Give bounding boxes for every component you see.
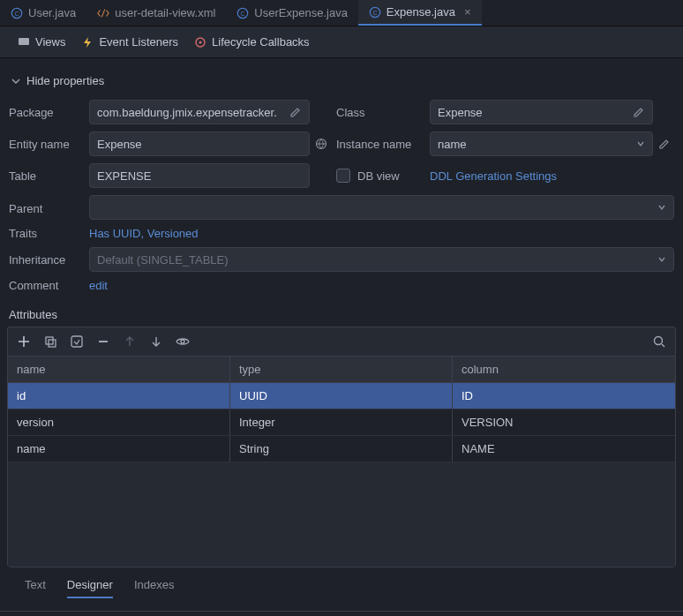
class-input[interactable] bbox=[430, 100, 653, 124]
class-icon: C bbox=[11, 7, 23, 19]
table-row[interactable]: versionIntegerVERSION bbox=[8, 409, 675, 436]
xml-icon bbox=[97, 7, 109, 19]
file-tab-user[interactable]: C User.java bbox=[0, 0, 86, 26]
entity-name-input[interactable] bbox=[89, 131, 310, 156]
cell-column: VERSION bbox=[453, 409, 675, 435]
hide-properties-toggle[interactable]: Hide properties bbox=[7, 69, 676, 100]
edit-icon[interactable] bbox=[289, 106, 302, 118]
class-icon: C bbox=[236, 7, 249, 19]
table-header: name type column bbox=[8, 357, 675, 383]
parent-dropdown[interactable] bbox=[89, 195, 674, 220]
svg-text:C: C bbox=[241, 10, 245, 16]
tab-label: user-detail-view.xml bbox=[115, 6, 215, 19]
table-empty-space bbox=[8, 462, 675, 567]
lightning-icon bbox=[81, 36, 94, 49]
cell-column: ID bbox=[453, 383, 675, 409]
class-icon: C bbox=[369, 6, 381, 19]
bottom-tabs: Text Designer Indexes bbox=[7, 567, 676, 604]
chevron-down-icon bbox=[11, 76, 21, 86]
footer-bar: × bbox=[0, 611, 683, 616]
move-down-icon[interactable] bbox=[149, 334, 163, 349]
tab-designer[interactable]: Designer bbox=[67, 578, 113, 598]
add-icon[interactable] bbox=[17, 334, 31, 349]
cell-type: Integer bbox=[230, 409, 453, 435]
views-icon bbox=[18, 36, 30, 49]
close-icon[interactable]: × bbox=[461, 5, 471, 19]
package-input[interactable] bbox=[89, 100, 310, 124]
remove-icon[interactable] bbox=[96, 334, 110, 349]
event-listeners-button[interactable]: Event Listeners bbox=[81, 35, 178, 49]
file-tab-userexpense[interactable]: C UserExpense.java bbox=[226, 0, 358, 26]
entity-form: Package Class Entity name Instance name … bbox=[7, 100, 676, 292]
traits-label: Traits bbox=[9, 227, 84, 240]
lifecycle-callbacks-button[interactable]: Lifecycle Callbacks bbox=[194, 35, 310, 49]
comment-label: Comment bbox=[9, 279, 84, 292]
inheritance-dropdown[interactable]: Default (SINGLE_TABLE) bbox=[89, 247, 674, 272]
tab-label: User.java bbox=[28, 6, 76, 19]
db-view-label: DB view bbox=[357, 169, 400, 183]
col-type[interactable]: type bbox=[230, 357, 453, 382]
chevron-down-icon bbox=[657, 255, 666, 264]
cell-type: UUID bbox=[230, 383, 453, 409]
instance-name-label: Instance name bbox=[336, 138, 424, 151]
svg-rect-10 bbox=[46, 337, 53, 344]
edit-icon[interactable] bbox=[658, 138, 671, 150]
attributes-toolbar bbox=[7, 327, 676, 356]
tab-text[interactable]: Text bbox=[25, 578, 46, 598]
traits-link[interactable]: Has UUID, Versioned bbox=[89, 227, 674, 240]
db-view-checkbox[interactable] bbox=[336, 169, 350, 183]
chevron-down-icon bbox=[636, 139, 645, 148]
lifecycle-icon bbox=[194, 36, 206, 49]
eye-icon[interactable] bbox=[176, 334, 190, 349]
table-row[interactable]: nameStringNAME bbox=[8, 436, 675, 462]
attributes-heading: Attributes bbox=[9, 308, 674, 321]
file-tabs-bar: C User.java user-detail-view.xml C UserE… bbox=[0, 0, 683, 26]
cell-name: version bbox=[8, 409, 230, 435]
package-label: Package bbox=[9, 106, 84, 119]
entity-designer-panel: Hide properties Package Class Entity nam… bbox=[0, 58, 683, 604]
svg-text:C: C bbox=[14, 10, 19, 16]
table-row[interactable]: idUUIDID bbox=[8, 383, 675, 409]
editor-toolbar: Views Event Listeners Lifecycle Callback… bbox=[0, 26, 683, 58]
tab-label: Expense.java bbox=[387, 5, 455, 19]
svg-point-8 bbox=[199, 41, 202, 43]
svg-rect-6 bbox=[19, 38, 29, 45]
comment-edit-link[interactable]: edit bbox=[89, 279, 674, 292]
attributes-table: name type column idUUIDIDversionIntegerV… bbox=[7, 356, 676, 567]
cell-column: NAME bbox=[453, 436, 675, 462]
file-tab-expense[interactable]: C Expense.java × bbox=[358, 0, 482, 26]
cell-name: name bbox=[8, 436, 230, 462]
search-icon[interactable] bbox=[652, 334, 666, 349]
file-tab-xml[interactable]: user-detail-view.xml bbox=[86, 0, 226, 26]
copy-icon[interactable] bbox=[43, 334, 57, 349]
edit-icon[interactable] bbox=[633, 106, 645, 118]
svg-rect-12 bbox=[71, 336, 82, 347]
tab-label: UserExpense.java bbox=[254, 6, 348, 19]
svg-rect-11 bbox=[49, 340, 56, 347]
move-up-icon[interactable] bbox=[123, 334, 137, 349]
table-label: Table bbox=[9, 169, 84, 183]
tab-indexes[interactable]: Indexes bbox=[134, 578, 175, 598]
col-column[interactable]: column bbox=[453, 357, 675, 382]
inheritance-label: Inheritance bbox=[9, 253, 84, 267]
cell-name: id bbox=[8, 383, 230, 409]
svg-point-14 bbox=[655, 337, 663, 345]
table-input[interactable] bbox=[89, 163, 310, 188]
globe-icon[interactable] bbox=[315, 138, 327, 150]
svg-point-13 bbox=[181, 340, 184, 343]
svg-text:C: C bbox=[372, 9, 377, 15]
views-button[interactable]: Views bbox=[18, 35, 65, 49]
col-name[interactable]: name bbox=[8, 357, 230, 382]
cell-type: String bbox=[230, 436, 453, 462]
class-label: Class bbox=[336, 106, 424, 119]
override-icon[interactable] bbox=[70, 334, 84, 349]
ddl-settings-link[interactable]: DDL Generation Settings bbox=[430, 169, 674, 183]
entity-name-label: Entity name bbox=[9, 138, 84, 151]
parent-label: Parent bbox=[9, 202, 84, 215]
chevron-down-icon bbox=[657, 203, 666, 212]
instance-name-dropdown[interactable]: name bbox=[430, 131, 653, 156]
